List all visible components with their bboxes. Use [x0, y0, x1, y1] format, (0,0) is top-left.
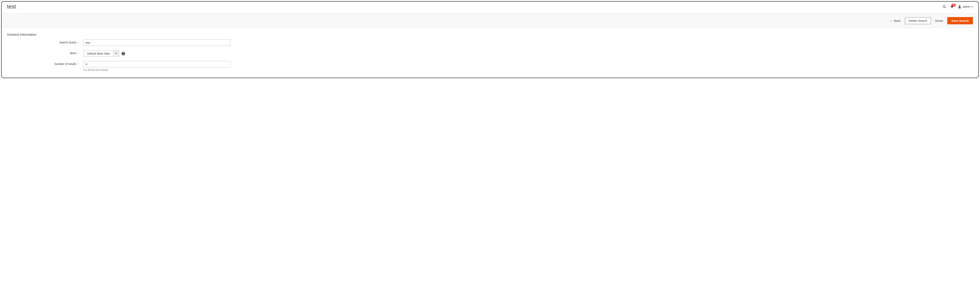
required-indicator: *: [78, 41, 78, 44]
back-button[interactable]: ← Back: [889, 19, 900, 22]
user-icon: [958, 5, 962, 9]
username-label: admin: [963, 5, 970, 8]
header-bar: test 39 admin: [2, 2, 978, 13]
chevron-down-icon: [115, 53, 117, 54]
svg-point-0: [943, 5, 945, 8]
store-select[interactable]: Default Store View: [83, 50, 119, 57]
number-of-results-label: Number of results: [54, 62, 76, 65]
svg-point-2: [959, 5, 960, 7]
arrow-left-icon: ←: [889, 19, 892, 22]
required-indicator: *: [78, 52, 78, 55]
store-select-toggle: [113, 50, 119, 56]
back-label: Back: [894, 19, 900, 22]
search-query-label: Search Query: [59, 41, 76, 44]
field-row-store: Store * Default Store View ?: [7, 50, 973, 57]
search-query-input[interactable]: [83, 40, 231, 46]
notifications-icon[interactable]: 39: [950, 5, 954, 8]
reset-button[interactable]: Reset: [935, 19, 943, 22]
page-title: test: [7, 3, 16, 10]
number-of-results-input[interactable]: [83, 61, 231, 67]
form-general-information: Search Query * Store * Default Store Vie…: [2, 40, 978, 72]
required-indicator: *: [78, 63, 78, 66]
field-row-number-of-results: Number of results * For the last time pl…: [7, 61, 973, 72]
save-search-button[interactable]: Save Search: [947, 17, 973, 24]
search-icon[interactable]: [942, 5, 946, 9]
header-actions: 39 admin: [942, 5, 973, 9]
user-menu[interactable]: admin: [958, 5, 973, 9]
help-icon[interactable]: ?: [121, 52, 125, 55]
section-title: General Information: [2, 28, 978, 40]
store-label: Store: [70, 52, 76, 55]
field-row-search-query: Search Query *: [7, 40, 973, 46]
chevron-down-icon: [971, 6, 973, 7]
store-select-value: Default Store View: [84, 52, 113, 55]
action-bar: ← Back Delete Search Reset Save Search: [2, 13, 978, 28]
number-of-results-hint: For the last time placed.: [83, 69, 231, 72]
notification-badge: 39: [951, 4, 956, 6]
svg-line-1: [945, 7, 946, 8]
delete-search-button[interactable]: Delete Search: [905, 17, 931, 24]
